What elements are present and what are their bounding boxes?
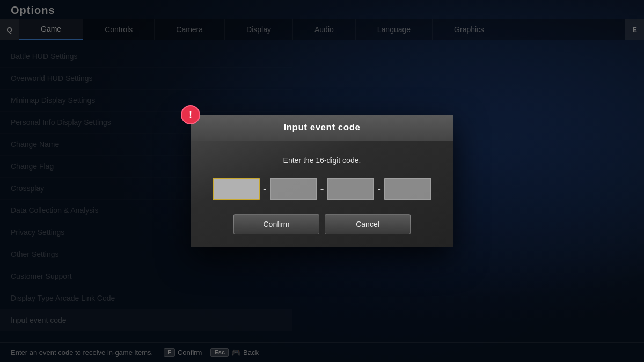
confirm-button[interactable]: Confirm xyxy=(233,214,319,234)
modal-description: Enter the 16-digit code. xyxy=(207,156,437,165)
code-input-2[interactable] xyxy=(270,178,317,200)
code-input-3[interactable] xyxy=(327,178,374,200)
warning-icon: ! xyxy=(181,105,200,124)
modal-overlay: ! Input event code Enter the 16-digit co… xyxy=(0,0,644,362)
modal-dialog: Input event code Enter the 16-digit code… xyxy=(191,115,453,247)
code-input-group: - - - xyxy=(207,178,437,200)
cancel-button[interactable]: Cancel xyxy=(325,214,411,234)
code-separator-1: - xyxy=(263,183,267,195)
modal-header: Input event code xyxy=(191,115,453,141)
code-input-4[interactable] xyxy=(384,178,431,200)
modal-buttons: Confirm Cancel xyxy=(207,214,437,234)
modal-title: Input event code xyxy=(201,122,443,133)
code-separator-2: - xyxy=(320,183,324,195)
modal-body: Enter the 16-digit code. - - - Confirm xyxy=(191,141,453,247)
code-input-1[interactable] xyxy=(213,178,260,200)
modal-wrapper: ! Input event code Enter the 16-digit co… xyxy=(191,115,453,247)
code-separator-3: - xyxy=(377,183,381,195)
